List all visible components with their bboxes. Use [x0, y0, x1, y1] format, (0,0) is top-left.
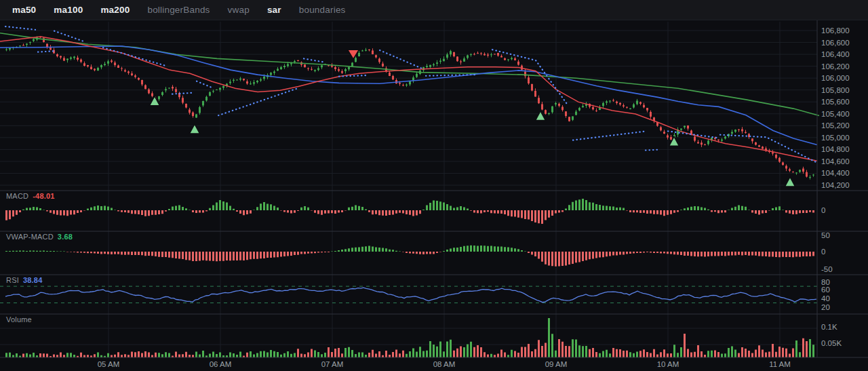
tick-label: 105,600	[821, 98, 850, 106]
rsi-panel-label: RSI38.84	[6, 276, 42, 284]
tick-label: 106,000	[821, 74, 850, 82]
trading-chart-app: ma50ma100ma200bollingerBandsvwapsarbound…	[0, 0, 868, 371]
tick-label: 0.1K	[821, 323, 837, 331]
rsi-label: RSI	[6, 276, 19, 284]
tick-label: 07 AM	[321, 360, 344, 368]
time-axis: 05 AM06 AM07 AM08 AM09 AM10 AM11 AM	[98, 360, 791, 368]
tick-label: 104,600	[821, 157, 850, 165]
tick-label: 106,400	[821, 50, 850, 58]
plot-area[interactable]	[0, 22, 817, 357]
vwap-macd-value: 3.68	[58, 233, 73, 241]
tick-label: 80	[821, 278, 830, 286]
tick-label: 104,400	[821, 169, 850, 177]
tick-label: 105,800	[821, 86, 850, 94]
tick-label: 0.05K	[821, 339, 842, 347]
tick-label: 106,200	[821, 62, 850, 71]
macd-value: -48.01	[33, 192, 54, 200]
tick-label: 105,000	[821, 134, 850, 142]
tick-label: 05 AM	[98, 360, 120, 368]
volume-label: Volume	[6, 315, 32, 324]
tick-label: 105,400	[821, 110, 850, 118]
rsi-value: 38.84	[23, 276, 43, 284]
macd-panel-label: MACD-48.01	[6, 192, 55, 200]
tick-label: 11 AM	[769, 360, 791, 368]
tick-label: 60	[821, 286, 830, 294]
tick-label: 104,200	[821, 181, 850, 189]
vwap-macd-panel-label: VWAP-MACD3.68	[6, 233, 73, 241]
tick-label: -50	[821, 265, 833, 273]
macd-label: MACD	[6, 192, 28, 200]
tick-label: 40	[821, 294, 830, 302]
tick-label: 08 AM	[433, 360, 456, 368]
price-axis: 106,800106,600106,400106,200106,000105,8…	[821, 26, 850, 347]
tick-label: 105,200	[821, 121, 850, 130]
tick-label: 09 AM	[545, 360, 568, 368]
tick-label: 106,800	[821, 26, 850, 35]
tick-label: 10 AM	[657, 360, 679, 368]
tick-label: 104,800	[821, 145, 850, 153]
volume-panel-label: Volume	[6, 315, 32, 324]
tick-label: 06 AM	[210, 360, 232, 368]
chart-canvas: 106,800106,600106,400106,200106,000105,8…	[0, 0, 868, 371]
tick-label: 106,600	[821, 39, 850, 47]
tick-label: 20	[821, 303, 830, 311]
tick-label: 50	[821, 231, 830, 239]
vwap-macd-label: VWAP-MACD	[6, 233, 54, 241]
tick-label: 0	[821, 248, 825, 256]
tick-label: 0	[821, 206, 825, 214]
